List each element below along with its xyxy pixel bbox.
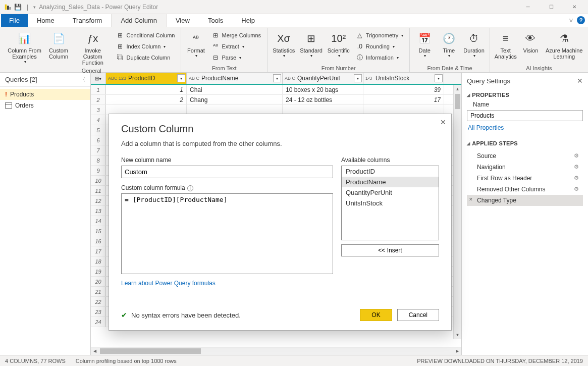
index-column-button[interactable]: ⊞Index Column▾ [114, 41, 177, 51]
applied-steps-section-header[interactable]: APPLIED STEPS [467, 137, 583, 148]
available-column-item[interactable]: UnitsInStock [342, 198, 439, 208]
available-column-item[interactable]: ProductID [342, 166, 439, 177]
column-header[interactable]: ABC 123ProductID▾ [106, 73, 187, 84]
gear-icon[interactable]: ⚙ [574, 186, 579, 193]
table-row[interactable]: 11Chai10 boxes x 20 bags39 [91, 85, 461, 95]
applied-step[interactable]: Removed Other Columns⚙ [467, 184, 583, 195]
cell[interactable]: Chai [187, 85, 283, 94]
tab-help[interactable]: Help [232, 14, 264, 27]
table-row[interactable]: 22Chang24 - 12 oz bottles17 [91, 95, 461, 105]
available-columns-list[interactable]: ProductIDProductNameQuantityPerUnitUnits… [341, 166, 439, 240]
tab-file[interactable]: File [1, 14, 28, 27]
column-name: ProductName [201, 75, 238, 82]
type-icon[interactable]: AB C [285, 76, 295, 81]
filter-dropdown-icon[interactable]: ▾ [354, 74, 362, 82]
available-column-item[interactable]: QuantityPerUnit [342, 187, 439, 198]
vision-button[interactable]: 👁Vision [519, 29, 542, 64]
column-header[interactable]: AB CProductName▾ [187, 73, 283, 84]
gear-icon[interactable]: ⚙ [574, 164, 579, 171]
cell[interactable]: 39 [363, 85, 444, 94]
save-icon[interactable]: 💾 [14, 4, 22, 11]
cell[interactable]: 10 boxes x 20 bags [283, 85, 363, 94]
format-button[interactable]: ᴬᴮFormat▾ [184, 29, 207, 64]
new-column-name-input[interactable] [121, 166, 333, 178]
parse-button[interactable]: ⊟Parse▾ [209, 53, 263, 63]
available-column-item[interactable]: ProductName [342, 177, 439, 187]
collapse-ribbon-icon[interactable]: ᐯ [569, 18, 573, 23]
tab-home[interactable]: Home [28, 14, 64, 27]
applied-step[interactable]: Navigation⚙ [467, 162, 583, 173]
duplicate-column-button[interactable]: ⿻Duplicate Column [114, 53, 177, 63]
close-button[interactable]: ✕ [563, 0, 586, 14]
cell[interactable]: 1 [106, 85, 187, 94]
step-name: Source [477, 152, 496, 160]
invoke-custom-function-button[interactable]: ƒxInvoke Custom Function [73, 29, 112, 67]
cancel-button[interactable]: Cancel [397, 309, 439, 321]
vertical-scrollbar[interactable]: ▲ ▼ [453, 85, 461, 339]
standard-button[interactable]: ⊞Standard▾ [298, 29, 325, 64]
applied-step[interactable]: Source⚙ [467, 150, 583, 162]
maximize-button[interactable]: ☐ [540, 0, 563, 14]
tab-view[interactable]: View [167, 14, 199, 27]
filter-dropdown-icon[interactable]: ▾ [177, 74, 185, 82]
minimize-button[interactable]: ─ [516, 0, 540, 14]
tab-tools[interactable]: Tools [199, 14, 232, 27]
trigonometry-button[interactable]: △Trigonometry▾ [354, 30, 405, 40]
insert-button[interactable]: << Insert [341, 244, 439, 256]
query-name-input[interactable] [467, 110, 583, 121]
time-button[interactable]: 🕐Time▾ [437, 29, 460, 64]
filter-dropdown-icon[interactable]: ▾ [273, 74, 281, 82]
scroll-thumb-h[interactable] [100, 348, 201, 354]
tab-add-column[interactable]: Add Column [111, 14, 167, 27]
type-icon[interactable]: ABC 123 [108, 76, 126, 81]
scientific-button[interactable]: 10²Scientific▾ [326, 29, 352, 64]
query-item[interactable]: !Products [0, 89, 90, 100]
gear-icon[interactable]: ⚙ [574, 175, 579, 182]
extract-button[interactable]: ᴬᴮExtract▾ [209, 41, 263, 51]
grid-corner[interactable]: ⊞▾ [91, 73, 106, 84]
properties-section-header[interactable]: PROPERTIES [467, 89, 583, 100]
info-icon[interactable]: i [187, 185, 193, 191]
column-header[interactable]: AB CQuantityPerUnit▾ [283, 73, 363, 84]
scroll-left-icon[interactable]: ◀ [91, 347, 99, 355]
new-column-name-label: New column name [121, 156, 333, 164]
applied-step[interactable]: First Row as Header⚙ [467, 173, 583, 184]
azure-ml-button[interactable]: ⚗Azure Machine Learning [543, 29, 585, 64]
cell[interactable]: 17 [363, 95, 444, 104]
query-item[interactable]: Orders [0, 100, 90, 111]
ok-button[interactable]: OK [360, 309, 392, 321]
formula-input[interactable] [121, 193, 333, 274]
qat-dropdown-icon[interactable]: ▾ [33, 5, 36, 10]
cell[interactable]: 24 - 12 oz bottles [283, 95, 363, 104]
text-analytics-button[interactable]: ≡Text Analytics [493, 29, 518, 64]
merge-columns-button[interactable]: ⊞Merge Columns [209, 30, 263, 40]
custom-column-button[interactable]: 📄Custom Column [45, 29, 72, 67]
scroll-thumb-v[interactable] [455, 94, 460, 109]
filter-dropdown-icon[interactable]: ▾ [435, 74, 443, 82]
conditional-column-button[interactable]: ⊞Conditional Column [114, 30, 177, 40]
all-properties-link[interactable]: All Properties [468, 124, 583, 131]
date-button[interactable]: 📅Date▾ [413, 29, 436, 64]
rounding-button[interactable]: .0Rounding▾ [354, 41, 405, 51]
horizontal-scrollbar[interactable]: ◀ ▶ [91, 347, 461, 355]
scroll-down-icon[interactable]: ▼ [454, 331, 461, 339]
duration-button[interactable]: ⏱Duration▾ [461, 29, 487, 64]
settings-close-icon[interactable]: ✕ [577, 77, 583, 85]
learn-formulas-link[interactable]: Learn about Power Query formulas [121, 280, 333, 287]
cell[interactable]: 2 [106, 95, 187, 104]
information-button[interactable]: ⓘInformation▾ [354, 53, 405, 63]
applied-step[interactable]: Changed Type [467, 195, 583, 206]
cell[interactable]: Chang [187, 95, 283, 104]
type-icon[interactable]: AB C [189, 76, 199, 81]
dialog-close-icon[interactable]: ✕ [440, 118, 446, 126]
scroll-right-icon[interactable]: ▶ [453, 347, 461, 355]
collapse-queries-icon[interactable]: 〈 [80, 76, 85, 83]
statistics-button[interactable]: ΧσStatistics▾ [271, 29, 297, 64]
type-icon[interactable]: 1²3 [365, 76, 373, 81]
tab-transform[interactable]: Transform [64, 14, 112, 27]
gear-icon[interactable]: ⚙ [574, 152, 579, 160]
column-header[interactable]: 1²3UnitsInStock▾ [363, 73, 444, 84]
column-from-examples-button[interactable]: 📊Column From Examples▾ [5, 29, 44, 67]
scroll-up-icon[interactable]: ▲ [454, 85, 461, 93]
help-icon[interactable]: ? [577, 16, 585, 24]
